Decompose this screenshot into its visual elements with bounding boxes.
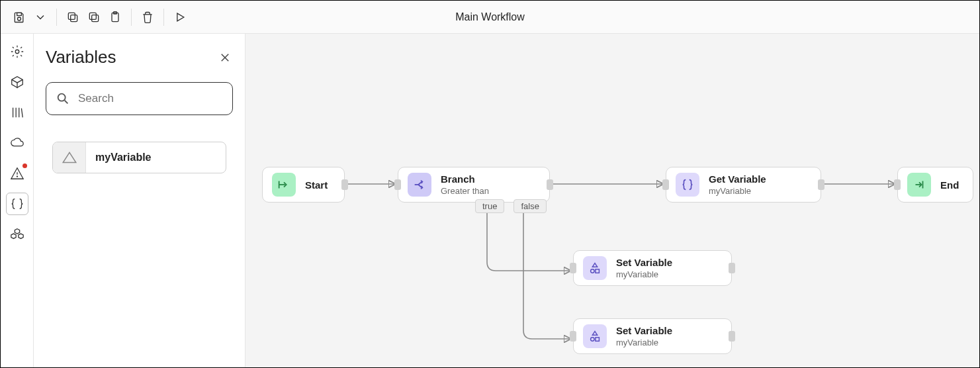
svg-point-25 [591, 338, 595, 341]
cubes-icon [10, 227, 24, 242]
toolbar-separator [56, 9, 57, 26]
svg-rect-5 [92, 15, 99, 21]
input-port[interactable] [394, 179, 401, 190]
panel-close-button[interactable] [217, 50, 233, 66]
rail-variables[interactable] [6, 193, 28, 215]
set-variable-icon [583, 324, 607, 348]
svg-line-13 [21, 109, 22, 118]
node-title: Set Variable [616, 257, 672, 268]
chevron-down-icon [34, 11, 47, 24]
output-port[interactable] [818, 179, 824, 190]
node-title: Start [305, 179, 328, 191]
trash-icon [141, 11, 154, 24]
svg-rect-4 [89, 13, 96, 19]
node-subtitle: myVariable [709, 186, 766, 196]
svg-point-15 [17, 176, 17, 177]
set-variable-icon [583, 256, 607, 280]
close-icon [219, 52, 231, 64]
copy-button[interactable] [62, 7, 83, 28]
node-end[interactable]: End [897, 167, 973, 203]
copy-icon [66, 11, 79, 24]
output-port[interactable] [729, 331, 735, 342]
workflow-canvas[interactable]: Start Branch Greater than true false [245, 34, 979, 367]
svg-rect-3 [68, 13, 75, 19]
rail-library[interactable] [6, 101, 28, 124]
start-icon [272, 173, 296, 197]
svg-point-23 [591, 269, 595, 273]
svg-rect-0 [17, 13, 22, 15]
svg-line-19 [65, 101, 68, 104]
svg-rect-24 [596, 269, 600, 273]
triangle-icon [61, 150, 78, 165]
rail-package[interactable] [6, 71, 28, 93]
cloud-icon [10, 136, 24, 150]
variables-panel: Variables myVariable [34, 34, 245, 367]
svg-rect-2 [71, 15, 77, 21]
warning-badge-dot [22, 163, 27, 168]
rail-modules[interactable] [6, 223, 28, 246]
run-button[interactable] [169, 7, 191, 28]
cut-button[interactable] [83, 7, 105, 28]
branch-true-label[interactable]: true [475, 199, 504, 213]
svg-rect-26 [596, 338, 600, 341]
rail-cloud[interactable] [6, 132, 28, 154]
play-icon [173, 11, 187, 24]
output-port[interactable] [341, 179, 348, 190]
library-icon [10, 105, 24, 120]
variable-type-icon [53, 142, 86, 173]
branch-false-label[interactable]: false [513, 199, 546, 213]
cut-icon [87, 11, 101, 24]
branch-output-labels: true false [475, 199, 547, 213]
node-start[interactable]: Start [262, 167, 345, 203]
branch-icon [408, 173, 431, 197]
delete-button[interactable] [137, 7, 158, 28]
variable-item[interactable]: myVariable [52, 142, 226, 173]
end-icon [907, 173, 931, 197]
rail-settings[interactable] [6, 40, 28, 63]
node-subtitle: Greater than [441, 186, 489, 196]
paste-icon [109, 11, 122, 24]
toolbar: Main Workflow [1, 1, 979, 34]
node-title: Get Variable [709, 173, 766, 185]
rail-issues[interactable] [6, 162, 28, 185]
search-input[interactable] [78, 92, 223, 105]
output-port[interactable] [729, 263, 735, 273]
gear-icon [10, 44, 24, 59]
node-set-variable-2[interactable]: Set Variable myVariable [573, 318, 732, 354]
svg-point-18 [58, 94, 66, 101]
save-menu-chevron[interactable] [30, 7, 51, 28]
toolbar-separator [163, 9, 164, 26]
sidebar-rail [1, 34, 34, 367]
save-button[interactable] [9, 7, 30, 28]
input-port[interactable] [662, 179, 669, 190]
toolbar-left [1, 7, 191, 28]
get-variable-icon [676, 173, 699, 197]
node-set-variable-1[interactable]: Set Variable myVariable [573, 250, 732, 286]
node-title: Branch [441, 173, 489, 185]
variables-list: myVariable [46, 142, 233, 173]
package-icon [10, 75, 24, 89]
svg-point-9 [15, 50, 19, 54]
main-area: Variables myVariable [1, 34, 979, 367]
search-icon [56, 91, 70, 106]
svg-marker-8 [177, 13, 184, 21]
input-port[interactable] [570, 263, 576, 273]
variable-name: myVariable [86, 152, 152, 163]
search-field[interactable] [46, 82, 233, 115]
panel-title: Variables [46, 47, 116, 68]
svg-point-1 [18, 17, 21, 21]
edges-layer [245, 34, 979, 367]
node-title: Set Variable [616, 325, 672, 336]
output-port[interactable] [547, 179, 553, 190]
node-subtitle: myVariable [616, 269, 672, 279]
paste-button[interactable] [105, 7, 126, 28]
braces-icon [10, 197, 24, 211]
workflow-title: Main Workflow [455, 11, 525, 23]
node-branch[interactable]: Branch Greater than [398, 167, 550, 203]
input-port[interactable] [894, 179, 901, 190]
node-title: End [940, 179, 959, 191]
toolbar-separator [131, 9, 132, 26]
input-port[interactable] [570, 331, 576, 342]
warning-icon [10, 166, 24, 181]
node-get-variable[interactable]: Get Variable myVariable [666, 167, 821, 203]
